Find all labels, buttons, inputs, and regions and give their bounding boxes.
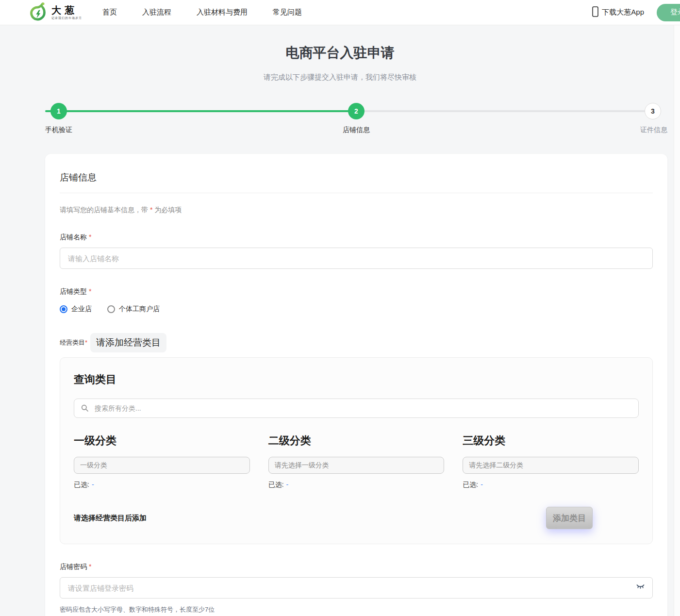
radio-unselected-icon (107, 305, 115, 313)
category-column-level1: 一级分类 一级分类 已选:- (74, 433, 250, 489)
level2-heading: 二级分类 (268, 433, 445, 448)
download-app-link[interactable]: 下载大葱App (592, 6, 644, 18)
radio-individual-label: 个体工商户店 (119, 305, 160, 314)
category-field-row: 经营类目* 请添加经营类目 (60, 333, 653, 352)
page: 大葱 记录我们的市场岁月 首页 入驻流程 入驻材料与费用 常见问题 下载大葱Ap… (0, 0, 680, 616)
level3-select[interactable]: 请先选择二级分类 (463, 457, 639, 474)
nav-item-materials-fees[interactable]: 入驻材料与费用 (197, 8, 248, 17)
shop-password-label: 店铺密码 * (60, 563, 653, 571)
download-app-label: 下载大葱App (602, 8, 644, 17)
level1-select[interactable]: 一级分类 (74, 457, 250, 474)
brand-tagline: 记录我们的市场岁月 (51, 17, 82, 19)
section-title: 店铺信息 (60, 171, 653, 184)
step-3-label: 证件信息 (640, 126, 667, 134)
step-2-circle[interactable]: 2 (348, 103, 365, 119)
step-1-label: 手机验证 (45, 126, 72, 134)
shop-info-card: 店铺信息 请填写您的店铺基本信息，带 * 为必填项 店铺名称 * 店铺类型 * … (45, 154, 667, 616)
brand-logo[interactable]: 大葱 记录我们的市场岁月 (29, 2, 82, 23)
level1-selected: 已选:- (74, 481, 250, 489)
hero-section: 电商平台入驻申请 请完成以下步骤提交入驻申请，我们将尽快审核 (0, 44, 680, 82)
page-subtitle: 请完成以下步骤提交入驻申请，我们将尽快审核 (0, 73, 680, 82)
shop-password-input[interactable] (60, 577, 653, 599)
main-nav: 首页 入驻流程 入驻材料与费用 常见问题 (102, 8, 302, 17)
step-3-circle[interactable]: 3 (645, 103, 661, 119)
page-title: 电商平台入驻申请 (0, 44, 680, 62)
phone-icon (592, 6, 598, 18)
shop-type-radio-group: 企业店 个体工商户店 (60, 305, 653, 314)
category-footer-hint: 请选择经营类目后添加 (74, 514, 147, 523)
category-search-input[interactable] (74, 399, 639, 418)
radio-individual-shop[interactable]: 个体工商户店 (107, 305, 160, 314)
radio-selected-icon (60, 305, 67, 313)
radio-enterprise-label: 企业店 (71, 305, 92, 314)
top-navigation-bar: 大葱 记录我们的市场岁月 首页 入驻流程 入驻材料与费用 常见问题 下载大葱Ap… (0, 0, 680, 25)
level1-heading: 一级分类 (74, 433, 250, 448)
eye-closed-icon (636, 584, 645, 591)
toggle-password-visibility-button[interactable] (636, 583, 645, 590)
page-scrollbar[interactable] (674, 25, 680, 616)
stepper-track-completed (45, 110, 356, 112)
form-intro: 请填写您的店铺基本信息，带 * 为必填项 (60, 206, 653, 215)
category-search (74, 399, 639, 418)
password-requirements-hint: 密码应包含大小写字母、数字和特殊符号，长度至少7位 (60, 605, 653, 614)
shop-type-label: 店铺类型 * (60, 287, 653, 296)
category-label: 经营类目* (60, 338, 87, 347)
nav-item-home[interactable]: 首页 (102, 8, 117, 17)
section-divider (60, 193, 653, 193)
level3-heading: 三级分类 (463, 433, 639, 448)
brand-name: 大葱 (51, 5, 82, 15)
category-query-panel: 查询类目 一级分类 一级分类 已选:- 二级分类 请先选择一级分类 已选:- (60, 357, 653, 544)
step-2-label: 店铺信息 (343, 126, 370, 134)
category-column-level3: 三级分类 请先选择二级分类 已选:- (463, 433, 639, 489)
shop-name-label: 店铺名称 * (60, 233, 653, 242)
search-icon (81, 404, 89, 414)
category-columns: 一级分类 一级分类 已选:- 二级分类 请先选择一级分类 已选:- 三级分类 请… (74, 433, 639, 489)
level2-select[interactable]: 请先选择一级分类 (268, 457, 445, 474)
radio-enterprise-shop[interactable]: 企业店 (60, 305, 92, 314)
progress-stepper: 1 2 3 手机验证 店铺信息 证件信息 (0, 100, 680, 140)
password-input-wrap (60, 577, 653, 599)
step-1-circle[interactable]: 1 (50, 103, 67, 119)
category-panel-title: 查询类目 (74, 372, 639, 387)
add-category-button[interactable]: 添加类目 (546, 507, 593, 529)
login-button[interactable]: 登录 (657, 4, 680, 21)
nav-item-onboarding-process[interactable]: 入驻流程 (142, 8, 171, 17)
level2-selected: 已选:- (268, 481, 445, 489)
header-right: 下载大葱App 登录 (592, 4, 680, 21)
onion-logo-icon (29, 2, 48, 23)
shop-name-input[interactable] (60, 248, 653, 269)
category-panel-footer: 请选择经营类目后添加 添加类目 (74, 507, 639, 529)
add-category-chip[interactable]: 请添加经营类目 (90, 333, 166, 352)
level3-selected: 已选:- (463, 481, 639, 489)
category-column-level2: 二级分类 请先选择一级分类 已选:- (268, 433, 445, 489)
nav-item-faq[interactable]: 常见问题 (273, 8, 302, 17)
